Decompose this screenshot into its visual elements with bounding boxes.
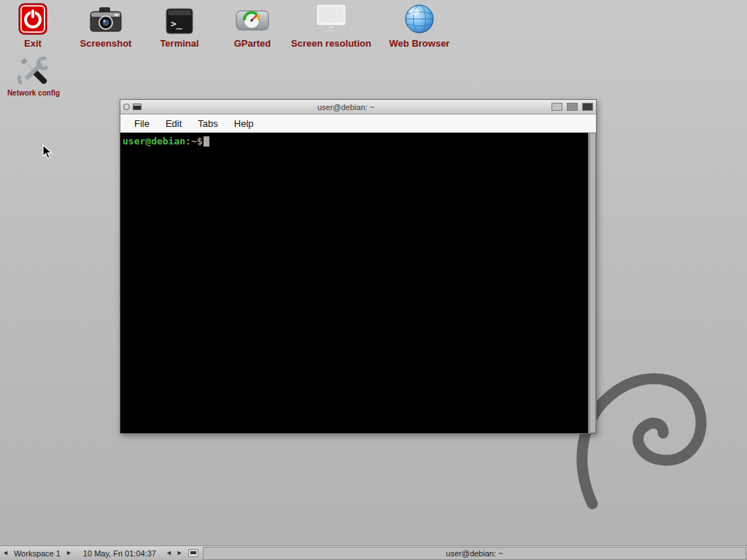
desktop-icon-label: Terminal: [160, 38, 198, 49]
desktop-icon-screen-resolution[interactable]: Screen resolution: [280, 1, 382, 49]
terminal-text[interactable]: user@debian:~$: [120, 133, 588, 433]
terminal-cursor: [204, 136, 209, 147]
window-titlebar[interactable]: user@debian: ~: [120, 100, 596, 114]
monitor-icon: [314, 1, 348, 35]
camera-icon: [89, 1, 123, 35]
tools-icon: [18, 52, 50, 86]
menu-edit[interactable]: Edit: [158, 116, 190, 131]
maximize-button[interactable]: [567, 103, 578, 111]
workspace-prev-button[interactable]: ◄: [0, 546, 11, 560]
desktop-icon-label: Screen resolution: [291, 38, 371, 49]
scrollbar-thumb[interactable]: [589, 133, 596, 433]
task-button-label: user@debian: ~: [446, 549, 503, 558]
window-menu-icon[interactable]: [123, 104, 130, 110]
window-app-icon: [133, 104, 142, 110]
prompt-path: :~$: [185, 136, 202, 147]
taskbar: ◄ Workspace 1 ► 10 May, Fri 01:04:37 ◄ ►…: [0, 545, 747, 560]
globe-icon: [403, 1, 436, 35]
desktop-icon-label: Screenshot: [80, 38, 132, 49]
task-scroll-left-button[interactable]: ◄: [163, 546, 174, 560]
terminal-content[interactable]: user@debian:~$: [120, 133, 596, 433]
minimize-button[interactable]: [551, 103, 562, 111]
desktop-icon-web-browser[interactable]: Web Browser: [368, 1, 471, 49]
menu-bar: File Edit Tabs Help: [120, 114, 596, 133]
task-scroll-right-button[interactable]: ►: [174, 546, 185, 560]
task-window-icon: [188, 549, 198, 557]
workspace-label[interactable]: Workspace 1: [11, 549, 63, 558]
taskbar-task-button[interactable]: user@debian: ~: [203, 547, 746, 560]
menu-help[interactable]: Help: [226, 116, 262, 131]
terminal-window: user@debian: ~ File Edit Tabs Help user@…: [120, 99, 597, 434]
power-icon: [18, 1, 47, 35]
disk-gauge-icon: [236, 1, 269, 35]
desktop-icon-label: Exit: [24, 38, 42, 49]
workspace-next-button[interactable]: ►: [63, 546, 74, 560]
terminal-icon: >_: [166, 1, 193, 35]
prompt-user: user@debian: [123, 136, 185, 147]
close-button[interactable]: [582, 103, 593, 111]
desktop-icon-label: GParted: [234, 38, 271, 49]
desktop-icon-label: Network config: [7, 89, 60, 97]
terminal-scrollbar[interactable]: [588, 133, 596, 433]
desktop-icon-label: Web Browser: [390, 38, 450, 49]
desktop-icon-network-config[interactable]: Network config: [0, 52, 77, 97]
window-title: user@debian: ~: [144, 103, 547, 112]
menu-file[interactable]: File: [126, 116, 158, 131]
menu-tabs[interactable]: Tabs: [190, 116, 225, 131]
mouse-cursor: [42, 144, 53, 163]
clock: 10 May, Fri 01:04:37: [80, 549, 159, 558]
svg-text:>_: >_: [171, 18, 182, 30]
